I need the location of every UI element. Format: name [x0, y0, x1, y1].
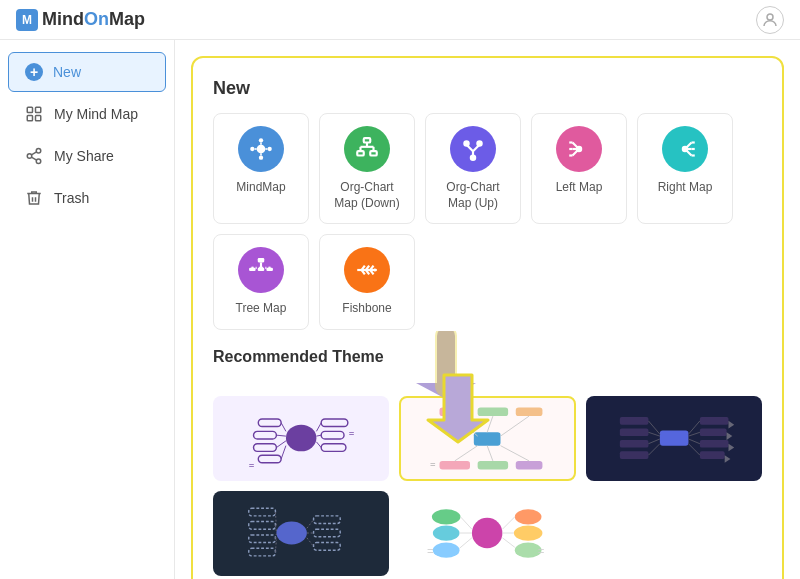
sidebar-item-new[interactable]: + New — [8, 52, 166, 92]
svg-rect-4 — [36, 116, 41, 121]
svg-rect-21 — [370, 151, 377, 155]
svg-rect-102 — [700, 417, 729, 425]
org-up-icon — [450, 126, 496, 172]
sidebar-item-trash[interactable]: Trash — [8, 178, 166, 218]
svg-line-101 — [648, 444, 659, 455]
svg-line-90 — [487, 445, 493, 460]
svg-line-9 — [31, 152, 36, 155]
theme-item-colorful[interactable]: = = — [399, 491, 575, 576]
svg-line-98 — [648, 421, 659, 434]
svg-line-75 — [316, 435, 321, 436]
svg-marker-113 — [724, 455, 730, 463]
svg-point-6 — [27, 154, 32, 159]
svg-point-27 — [464, 141, 468, 145]
svg-rect-81 — [478, 407, 508, 416]
mindmap-label: MindMap — [236, 180, 285, 196]
main-layout: + New My Mind Map — [0, 40, 800, 579]
content-area: New — [175, 40, 800, 579]
map-icon — [24, 104, 44, 124]
svg-point-130 — [432, 509, 461, 524]
svg-rect-118 — [249, 548, 276, 556]
svg-line-69 — [276, 441, 286, 448]
map-type-org-down[interactable]: Org-Chart Map (Down) — [319, 113, 415, 224]
svg-line-88 — [501, 416, 530, 436]
sidebar-item-my-share-label: My Share — [54, 148, 114, 164]
svg-rect-1 — [27, 107, 32, 112]
svg-line-68 — [276, 435, 286, 436]
sidebar-item-my-mind-map[interactable]: My Mind Map — [8, 94, 166, 134]
map-type-fishbone[interactable]: Fishbone — [319, 234, 415, 330]
svg-point-0 — [767, 14, 773, 20]
svg-line-74 — [316, 423, 321, 432]
svg-point-11 — [259, 138, 263, 142]
svg-point-10 — [257, 145, 266, 154]
svg-line-108 — [688, 439, 699, 444]
theme-item-purple[interactable]: = = — [213, 396, 389, 481]
svg-marker-111 — [726, 432, 732, 440]
user-avatar[interactable] — [756, 6, 784, 34]
svg-line-128 — [307, 538, 314, 547]
svg-line-141 — [503, 538, 515, 548]
svg-point-5 — [36, 149, 41, 154]
svg-rect-2 — [36, 107, 41, 112]
svg-rect-71 — [321, 419, 348, 427]
svg-rect-84 — [516, 407, 543, 416]
svg-rect-125 — [314, 542, 341, 550]
svg-rect-66 — [258, 455, 281, 463]
themes-container: = = — [213, 396, 762, 576]
svg-point-14 — [268, 147, 272, 151]
svg-line-139 — [503, 517, 515, 529]
share-icon — [24, 146, 44, 166]
new-section-title: New — [213, 78, 762, 99]
svg-rect-64 — [254, 431, 277, 439]
svg-rect-44 — [249, 268, 256, 271]
svg-point-114 — [276, 521, 306, 544]
plus-icon: + — [25, 63, 43, 81]
map-type-right-map[interactable]: Right Map — [637, 113, 733, 224]
themes-wrapper: = = — [213, 378, 762, 576]
svg-line-100 — [648, 439, 659, 444]
svg-line-70 — [281, 445, 286, 458]
svg-line-133 — [461, 517, 472, 529]
svg-rect-96 — [620, 440, 649, 448]
theme-item-pink[interactable]: = — [399, 396, 575, 481]
svg-line-91 — [501, 445, 530, 460]
svg-point-13 — [250, 147, 254, 151]
svg-point-7 — [36, 159, 41, 164]
svg-text:=: = — [427, 545, 434, 557]
svg-point-39 — [683, 147, 687, 151]
theme-item-dark-blue[interactable] — [586, 396, 762, 481]
svg-rect-124 — [314, 529, 341, 537]
logo-text: MindOnMap — [42, 9, 145, 30]
svg-rect-65 — [254, 444, 277, 452]
right-map-label: Right Map — [658, 180, 713, 196]
svg-line-86 — [455, 416, 478, 436]
sidebar-item-my-mind-map-label: My Mind Map — [54, 106, 138, 122]
svg-line-67 — [281, 423, 286, 432]
org-up-label: Org-Chart Map (Up) — [436, 180, 510, 211]
svg-text:=: = — [430, 457, 436, 468]
svg-rect-80 — [440, 407, 470, 416]
svg-text:=: = — [249, 458, 255, 469]
sidebar-item-my-share[interactable]: My Share — [8, 136, 166, 176]
svg-rect-93 — [660, 430, 689, 445]
svg-rect-104 — [700, 440, 729, 448]
svg-point-32 — [577, 147, 581, 151]
org-down-icon — [344, 126, 390, 172]
svg-point-12 — [259, 156, 263, 160]
theme-item-dark-navy[interactable] — [213, 491, 389, 576]
svg-rect-3 — [27, 116, 32, 121]
logo-icon: M — [16, 9, 38, 31]
svg-point-131 — [433, 525, 460, 540]
svg-line-109 — [688, 444, 699, 455]
left-map-label: Left Map — [556, 180, 603, 196]
sidebar: + New My Mind Map — [0, 40, 175, 579]
svg-point-26 — [471, 156, 475, 160]
map-type-left-map[interactable]: Left Map — [531, 113, 627, 224]
map-type-mindmap[interactable]: MindMap — [213, 113, 309, 224]
left-map-icon — [556, 126, 602, 172]
map-types-grid: MindMap Org-Chart — [213, 113, 762, 330]
sidebar-item-new-label: New — [53, 64, 81, 80]
map-type-org-up[interactable]: Org-Chart Map (Up) — [425, 113, 521, 224]
map-type-tree-map[interactable]: Tree Map — [213, 234, 309, 330]
